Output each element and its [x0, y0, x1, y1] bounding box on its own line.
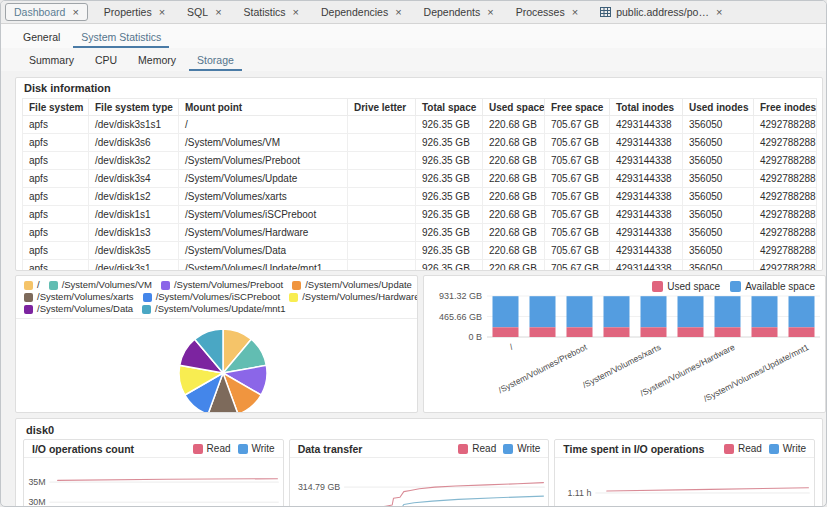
pie-legend-item: /System/Volumes/Update [292, 280, 412, 290]
table-cell [348, 170, 416, 188]
read-write-legend: ReadWrite [458, 444, 540, 454]
chart-line [58, 479, 278, 481]
bar-available [678, 296, 704, 327]
table-row[interactable]: apfs/dev/disk1s1/System/Volumes/iSCPrebo… [23, 206, 817, 224]
bar-used [752, 327, 778, 337]
table-cell: 220.68 GB [483, 242, 545, 260]
close-icon[interactable]: × [716, 7, 722, 18]
close-icon[interactable]: × [215, 7, 221, 18]
column-header-total-space: Total space [416, 99, 483, 116]
column-header-file-system: File system [23, 99, 89, 116]
document-tab-dashboard[interactable]: Dashboard× [5, 3, 88, 21]
pie-legend-item: /System/Volumes/Hardware [289, 292, 418, 302]
document-tab-dependencies[interactable]: Dependencies× [310, 3, 413, 21]
bar-ytick-label: 0 B [468, 332, 482, 342]
close-icon[interactable]: × [159, 7, 165, 18]
legend-label: /System/Volumes/xarts [37, 292, 134, 302]
pie-legend-item: /System/Volumes/Data [24, 304, 133, 314]
bar-used [567, 327, 593, 337]
tab-system-statistics[interactable]: System Statistics [73, 27, 169, 48]
legend-item-read: Read [193, 444, 231, 454]
close-icon[interactable]: × [293, 7, 299, 18]
disk-information-panel: Disk information File systemFile system … [15, 77, 823, 271]
table-cell: 4292788288 [754, 170, 817, 188]
table-cell: /System/Volumes/xarts [179, 188, 348, 206]
bar-available [789, 296, 815, 327]
line-ytick-label: 35M [28, 477, 45, 487]
table-cell: /System/Volumes/Update/mnt1 [179, 260, 348, 272]
panel-title-i-o-operations-count: I/O operations count [32, 443, 134, 455]
table-cell: 220.68 GB [483, 134, 545, 152]
table-cell: /dev/disk3s4 [89, 170, 179, 188]
bar-available [641, 296, 667, 327]
subtab-cpu[interactable]: CPU [87, 50, 125, 71]
document-tab-properties[interactable]: Properties× [93, 3, 176, 21]
table-cell: 926.35 GB [416, 206, 483, 224]
document-tab-bar: Dashboard×Properties×SQL×Statistics×Depe… [1, 1, 826, 24]
table-row[interactable]: apfs/dev/disk1s2/System/Volumes/xarts926… [23, 188, 817, 206]
table-cell: 220.68 GB [483, 224, 545, 242]
bar-available [604, 296, 630, 327]
disk-information-title: Disk information [16, 78, 822, 97]
column-header-free-inodes: Free inodes [754, 99, 817, 116]
document-tab-sql[interactable]: SQL× [176, 3, 232, 21]
legend-label: Used space [667, 281, 720, 292]
bar-available [530, 296, 556, 327]
subtab-memory[interactable]: Memory [130, 50, 184, 71]
bar-chart-legend: Used spaceAvailable space [424, 276, 825, 292]
table-cell: /dev/disk3s5 [89, 242, 179, 260]
legend-item-read: Read [458, 444, 496, 454]
table-row[interactable]: apfs/dev/disk3s2/System/Volumes/Preboot9… [23, 152, 817, 170]
pie-legend-item: /System/Volumes/VM [49, 280, 152, 290]
table-cell: 926.35 GB [416, 188, 483, 206]
bar-used [530, 327, 556, 337]
close-icon[interactable]: × [487, 7, 493, 18]
document-tab-processes[interactable]: Processes× [505, 3, 589, 21]
legend-label: Read [207, 444, 231, 454]
close-icon[interactable]: × [572, 7, 578, 18]
table-row[interactable]: apfs/dev/disk3s6/System/Volumes/VM926.35… [23, 134, 817, 152]
panel-data-transfer: Data transferReadWrite314.79 GB [289, 439, 550, 507]
table-cell: 356050 [683, 260, 754, 272]
table-cell: /System/Volumes/iSCPreboot [179, 206, 348, 224]
table-cell [348, 260, 416, 272]
subtab-summary[interactable]: Summary [21, 50, 82, 71]
table-cell: 4292788288 [754, 134, 817, 152]
tab-general[interactable]: General [15, 27, 68, 48]
table-cell: 4293144338 [610, 224, 683, 242]
legend-item-read: Read [724, 444, 762, 454]
table-cell: 4292788288 [754, 242, 817, 260]
table-cell: apfs [23, 188, 89, 206]
table-row[interactable]: apfs/dev/disk3s1s1/926.35 GB220.68 GB705… [23, 116, 817, 134]
legend-label: Write [252, 444, 275, 454]
legend-swatch [238, 444, 248, 454]
table-row[interactable]: apfs/dev/disk1s3/System/Volumes/Hardware… [23, 224, 817, 242]
line-ytick-label: 1.11 h [568, 488, 592, 498]
document-tab-public-address-po[interactable]: public.address/po…× [589, 3, 733, 21]
document-tab-dependents[interactable]: Dependents× [413, 3, 505, 21]
table-row[interactable]: apfs/dev/disk3s1/System/Volumes/Update/m… [23, 260, 817, 272]
bar-used [493, 327, 519, 337]
bar-ytick-label: 465.66 GB [439, 312, 482, 322]
pie-legend-row: //System/Volumes/VM/System/Volumes/Prebo… [24, 280, 409, 290]
line-chart-data-transfer: 314.79 GB [290, 458, 549, 507]
read-write-legend: ReadWrite [193, 444, 275, 454]
table-row[interactable]: apfs/dev/disk3s5/System/Volumes/Data926.… [23, 242, 817, 260]
close-icon[interactable]: × [395, 7, 401, 18]
document-tab-label: Dependents [424, 6, 481, 18]
column-header-used-space: Used space [483, 99, 545, 116]
table-row[interactable]: apfs/dev/disk3s4/System/Volumes/Update92… [23, 170, 817, 188]
table-cell: 705.67 GB [545, 206, 610, 224]
subtab-storage[interactable]: Storage [189, 50, 242, 71]
storage-charts-row: //System/Volumes/VM/System/Volumes/Prebo… [15, 275, 826, 413]
close-icon[interactable]: × [72, 7, 78, 18]
table-cell: apfs [23, 134, 89, 152]
panel-time-spent-in-i-o-operations: Time spent in I/O operationsReadWrite1.1… [554, 439, 815, 507]
legend-label: /System/Volumes/VM [62, 280, 152, 290]
document-tab-statistics[interactable]: Statistics× [233, 3, 310, 21]
table-cell: /System/Volumes/Preboot [179, 152, 348, 170]
table-cell: 220.68 GB [483, 260, 545, 272]
table-cell: 926.35 GB [416, 260, 483, 272]
pie-legend-item: /System/Volumes/xarts [24, 292, 134, 302]
bar-used [678, 327, 704, 337]
